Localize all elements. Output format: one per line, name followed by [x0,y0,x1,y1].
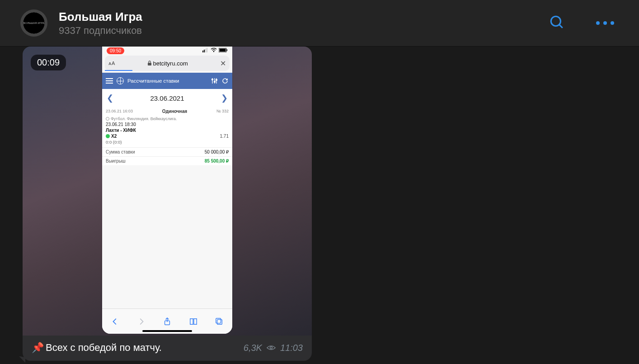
date-text: 23.06.2021 [150,94,184,102]
sum-row: Сумма ставки50 000,00 ₽ [102,147,232,156]
address-url: betcityru.com [115,60,220,67]
avatar[interactable]: БОЛЬШАЯ ИГРА [20,9,47,37]
search-icon[interactable] [549,14,564,32]
menu-icon [106,78,113,84]
tabs-icon [215,317,224,326]
win-row: Выигрыш85 500,00 ₽ [102,156,232,165]
address-bar: ᴀA betcityru.com ✕ [105,56,230,71]
bet-number: № 332 [216,109,229,114]
refresh-icon [221,77,229,84]
svg-point-14 [212,79,213,80]
battery-icon [219,48,228,53]
svg-line-1 [559,25,563,28]
check-icon [106,134,110,138]
message-caption: 📌 Всех с победой по матчу. 6,3K 11:03 [23,336,312,361]
forward-icon [136,317,146,326]
svg-rect-5 [207,48,207,52]
svg-point-21 [270,346,272,349]
score-text: 0:0 (0:0) [106,140,229,145]
home-indicator [142,330,192,332]
reader-icon: ᴀA [108,61,115,66]
coefficient: 1.71 [220,134,229,139]
bet-type: Одиночная [162,109,187,114]
league-row: Футбол. Финляндия. Вейккауслига. [106,117,229,121]
views-count: 6,3K [244,343,262,353]
chevron-right-icon: ❯ [221,93,228,103]
lock-icon [147,61,152,66]
svg-rect-19 [217,319,222,324]
svg-rect-20 [216,318,221,323]
pushpin-icon: 📌 [32,342,44,354]
more-icon[interactable] [596,21,614,25]
chat-header: БОЛЬШАЯ ИГРА Большая Игра 9337 подписчик… [0,0,639,47]
share-icon [163,317,172,326]
football-icon [106,117,109,121]
record-pill: 09:50 [107,47,124,54]
signal-icon [202,48,209,53]
svg-point-0 [551,16,560,26]
match-datetime: 23.06.21 18:30 [106,122,229,127]
chevron-left-icon: ❮ [107,93,113,103]
message-meta: 6,3K 11:03 [244,343,303,353]
outcome-row: X2 1.71 [106,134,229,139]
message-media[interactable]: 00:09 09:50 [23,47,312,336]
svg-rect-8 [220,49,226,52]
svg-rect-4 [205,49,206,52]
svg-point-15 [214,81,216,83]
date-row: ❮ 23.06.2021 ❯ [102,89,232,107]
svg-rect-9 [227,49,228,51]
svg-rect-2 [202,51,203,52]
bet-timestamp: 23.06.21 16:03 [106,109,133,114]
book-icon [189,317,198,326]
svg-point-16 [216,79,217,81]
globe-icon [117,77,124,84]
phone-screenshot: 09:50 ᴀA [102,47,232,334]
load-progress [105,70,132,71]
chat-subtitle: 9337 подписчиков [59,25,549,37]
site-title: Рассчитанные ставки [127,78,179,84]
site-header: Рассчитанные ставки [102,73,232,89]
svg-rect-3 [204,50,205,52]
stop-icon: ✕ [220,59,226,68]
bet-card: 23.06.21 16:03 Одиночная № 332 Футбол. Ф… [102,107,232,147]
back-icon [111,317,120,326]
chat-title: Большая Игра [59,10,549,24]
svg-rect-10 [148,63,151,65]
eye-icon [267,343,276,353]
caption-text: Всех с победой по матчу. [46,342,162,354]
sliders-icon [211,77,218,84]
wifi-icon [211,48,217,53]
match-name: Лахти - ХИФК [106,128,229,133]
svg-point-6 [213,51,215,52]
phone-status-bar: 09:50 [102,47,232,55]
message-bubble[interactable]: 00:09 09:50 [23,47,312,361]
chat-area: 00:09 09:50 [0,47,639,364]
chat-title-block[interactable]: Большая Игра 9337 подписчиков [59,10,549,37]
message-time: 11:03 [280,343,303,353]
video-duration-badge: 00:09 [31,55,66,70]
